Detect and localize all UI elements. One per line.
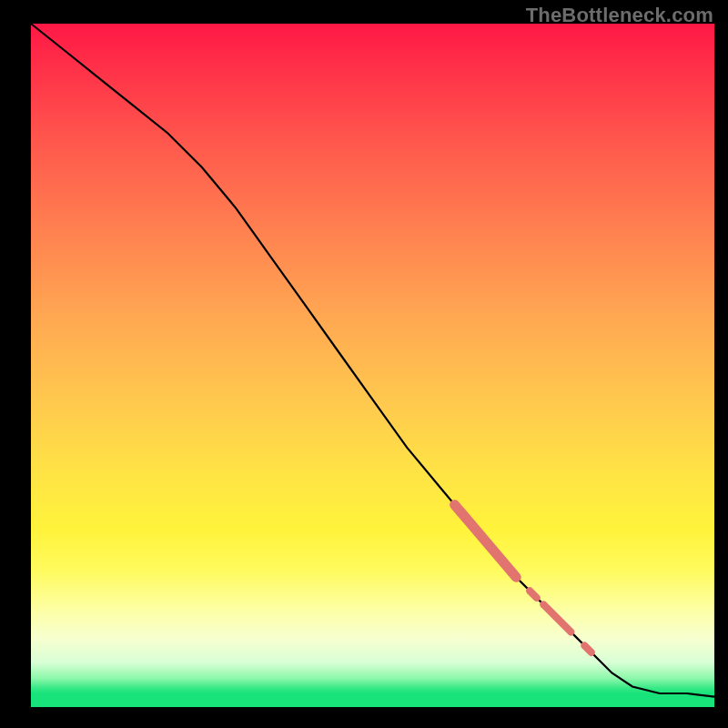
- highlight-segment: [455, 505, 517, 578]
- curve-svg: [31, 24, 714, 707]
- bottleneck-curve-line: [31, 24, 714, 697]
- plot-area: [31, 24, 714, 707]
- chart-stage: TheBottleneck.com: [0, 0, 728, 728]
- highlight-segments: [455, 505, 592, 652]
- highlight-segment: [584, 645, 592, 652]
- highlight-segment: [543, 604, 571, 632]
- highlight-segment: [530, 591, 537, 598]
